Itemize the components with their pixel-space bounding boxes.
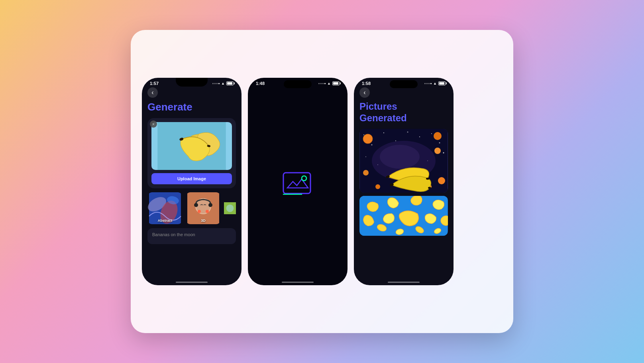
wifi-icon-1: ▲ — [221, 81, 225, 85]
3d-label: 3D — [186, 219, 221, 223]
loading-image-icon — [282, 171, 314, 195]
title-line1: Pictures — [359, 101, 397, 112]
generate-title: Generate — [147, 101, 236, 113]
banana-svg — [151, 122, 232, 170]
wifi-icon-2: ▲ — [327, 81, 331, 85]
signal-1 — [212, 83, 220, 84]
svg-point-24 — [407, 131, 408, 132]
svg-point-10 — [194, 203, 198, 207]
style-abstract[interactable]: Abstract — [147, 192, 183, 224]
svg-point-11 — [208, 203, 212, 207]
svg-point-26 — [431, 133, 432, 134]
svg-point-22 — [383, 132, 384, 133]
close-image-button[interactable]: × — [150, 120, 157, 128]
svg-point-23 — [395, 140, 396, 141]
dynamic-island — [284, 80, 312, 88]
prompt-input[interactable]: Bananas on the moon — [147, 228, 236, 244]
wifi-icon-3: ▲ — [433, 81, 437, 85]
generated-title: Pictures Generated — [359, 101, 448, 124]
svg-point-28 — [365, 156, 366, 157]
back-button-1[interactable] — [147, 87, 158, 98]
signal-3 — [424, 83, 432, 84]
prompt-text: Bananas on the moon — [152, 232, 195, 237]
status-icons-2: ▲ — [318, 81, 340, 85]
battery-3 — [438, 81, 446, 85]
svg-point-38 — [363, 170, 369, 176]
generated-grid — [359, 129, 448, 236]
home-indicator-3 — [388, 282, 420, 283]
svg-point-27 — [439, 142, 440, 143]
space-banana-svg — [359, 129, 448, 193]
upload-image-button[interactable]: Upload Image — [151, 173, 232, 184]
signal-2 — [318, 83, 326, 84]
phone-1-body: Generate × — [142, 87, 242, 244]
loading-icon-container — [282, 171, 314, 195]
time-1: 1:57 — [150, 81, 159, 86]
svg-point-12 — [198, 210, 201, 213]
style-third[interactable] — [224, 192, 236, 224]
svg-point-25 — [419, 136, 420, 137]
svg-point-36 — [434, 132, 442, 140]
image-upload-box: × — [147, 118, 236, 188]
battery-2 — [332, 81, 340, 85]
generated-image-2[interactable] — [359, 196, 448, 236]
status-icons-1: ▲ — [212, 81, 234, 85]
style-3d[interactable]: 3D — [186, 192, 221, 224]
third-preview — [224, 192, 236, 224]
svg-point-40 — [375, 184, 380, 189]
phone-2-body — [248, 87, 348, 279]
back-button-3[interactable] — [359, 87, 370, 98]
phone-2-loading: 1:48 ▲ — [248, 78, 348, 285]
svg-point-15 — [226, 205, 234, 212]
banana-preview — [151, 122, 232, 170]
svg-point-21 — [371, 144, 373, 145]
notch-1 — [176, 78, 208, 87]
status-bar-2: 1:48 ▲ — [248, 78, 348, 87]
phone-1-generate: 1:57 ▲ Generate × — [142, 78, 242, 285]
status-bar-1: 1:57 ▲ — [142, 78, 242, 87]
svg-point-13 — [206, 210, 209, 213]
svg-point-31 — [443, 152, 444, 153]
svg-point-17 — [302, 176, 306, 181]
blue-banana-svg — [359, 196, 448, 236]
title-line2: Generated — [359, 112, 407, 123]
svg-point-20 — [363, 134, 364, 135]
phone-3-generated: 1:58 ▲ Pictures Generated — [354, 78, 454, 285]
status-bar-3: 1:58 ▲ — [354, 78, 454, 87]
abstract-label: Abstract — [147, 219, 183, 223]
device-frame: 1:57 ▲ Generate × — [131, 30, 513, 333]
dynamic-island-3 — [390, 80, 418, 88]
style-grid: Abstract — [147, 192, 236, 224]
phone-3-body: Pictures Generated — [354, 87, 454, 236]
status-icons-3: ▲ — [424, 81, 446, 85]
svg-point-33 — [380, 145, 420, 169]
home-indicator-2 — [282, 282, 314, 283]
svg-point-37 — [434, 148, 441, 154]
svg-rect-16 — [283, 173, 310, 193]
battery-1 — [226, 81, 234, 85]
home-indicator-1 — [176, 282, 208, 283]
time-3: 1:58 — [362, 81, 371, 86]
time-2: 1:48 — [256, 81, 265, 86]
generated-image-1[interactable] — [359, 129, 448, 193]
svg-point-39 — [438, 177, 445, 184]
